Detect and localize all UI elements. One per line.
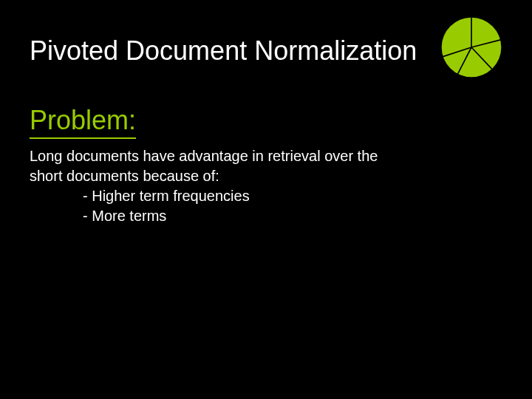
- list-item: - More terms: [83, 206, 502, 226]
- body-text: Long documents have advantage in retriev…: [30, 146, 429, 186]
- list-item: - Higher term frequencies: [83, 186, 502, 206]
- bullet-list: - Higher term frequencies - More terms: [30, 186, 502, 226]
- body-line: Long documents have advantage in retriev…: [30, 146, 429, 166]
- pie-icon: [440, 16, 502, 78]
- section: Problem: Long documents have advantage i…: [30, 105, 502, 226]
- slide-title: Pivoted Document Normalization: [30, 35, 502, 66]
- section-heading: Problem:: [30, 105, 136, 139]
- slide: Pivoted Document Normalization Problem: …: [0, 0, 532, 399]
- body-line: short documents because of:: [30, 166, 429, 186]
